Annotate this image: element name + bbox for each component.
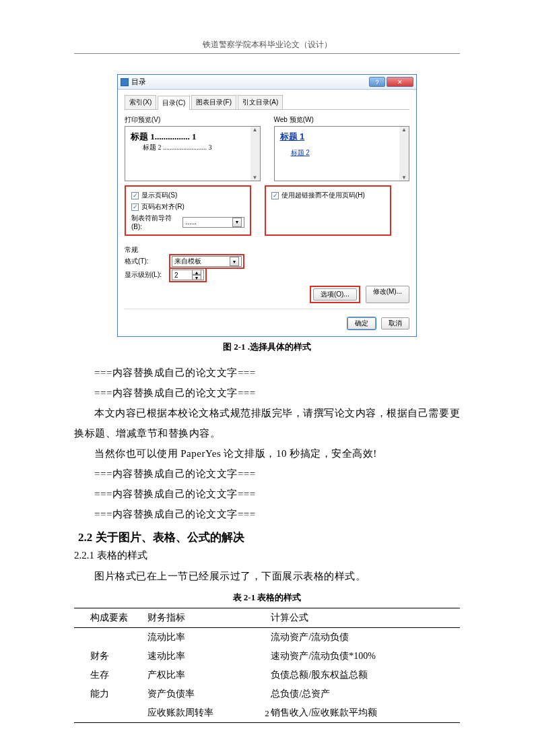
checkbox-show-pagenum[interactable]: ✓ xyxy=(131,192,139,199)
body-text: ===内容替换成自己的论文文字=== xyxy=(74,464,460,484)
modify-button[interactable]: 修改(M)... xyxy=(366,286,409,303)
level-highlight: 2 ▲ ▼ xyxy=(169,267,207,282)
heading-2: 2.2 关于图片、表格、公式的解决 xyxy=(78,530,460,545)
cancel-button[interactable]: 取消 xyxy=(381,317,409,329)
table-cell: 速动资产/流动负债*100% xyxy=(267,647,460,666)
checkbox-use-hyperlinks[interactable]: ✓ xyxy=(271,192,279,199)
tab-leader-label: 制表符前导符(B): xyxy=(131,214,180,230)
close-button[interactable]: ✕ xyxy=(387,77,413,87)
table-header: 计算公式 xyxy=(267,608,460,628)
table-cell: 产权比率 xyxy=(143,666,267,685)
body-text: 本文内容已根据本校论文格式规范排版完毕，请撰写论文内容，根据自己需要更换标题、增… xyxy=(74,403,460,443)
tab-citations[interactable]: 引文目录(A) xyxy=(238,95,283,109)
body-text: 当然你也可以使用 PaperYes 论文排版，10 秒搞定，安全高效! xyxy=(74,443,460,464)
web-preview-label: Web 预览(W) xyxy=(274,115,410,125)
table-cell: 资产负债率 xyxy=(143,685,267,703)
print-preview-label: 打印预览(V) xyxy=(125,115,261,125)
table-cell: 负债总额/股东权益总额 xyxy=(267,666,460,685)
tab-index[interactable]: 索引(X) xyxy=(125,95,156,109)
table-cell: 生存 xyxy=(74,666,143,685)
table-cell: 流动比率 xyxy=(143,628,267,648)
chevron-down-icon: ▼ xyxy=(230,257,239,266)
format-label: 格式(T): xyxy=(125,257,165,266)
help-button[interactable]: ? xyxy=(369,77,385,87)
options-button-highlight: 选项(O)... xyxy=(310,286,360,303)
dialog-icon xyxy=(121,78,129,86)
hyperlink-option-highlight: ✓使用超链接而不使用页码(H) xyxy=(265,185,391,236)
tab-leader-select[interactable]: ...... ▼ xyxy=(182,217,244,228)
sample-table: 构成要素 财务指标 计算公式 流动比率 流动资产/流动负债 财务 速动比率 速动… xyxy=(74,608,460,723)
print-preview-panel: 标题 1................ 1 标题 2 ............… xyxy=(125,126,261,181)
table-cell: 能力 xyxy=(74,685,143,703)
tab-toc[interactable]: 目录(C) xyxy=(158,96,190,110)
general-label: 常规 xyxy=(125,245,409,255)
scrollbar[interactable]: ▲▼ xyxy=(251,127,260,181)
table-cell: 财务 xyxy=(74,647,143,666)
dialog-screenshot: 目录 ? ✕ 索引(X) 目录(C) 图表目录(F) 引文目录(A) 打印预览(… xyxy=(117,74,417,337)
page-header: 铁道警察学院本科毕业论文（设计） xyxy=(0,0,534,53)
table-cell xyxy=(74,628,143,648)
body-text: ===内容替换成自己的论文文字=== xyxy=(74,383,460,403)
pagecode-options-highlight: ✓显示页码(S) ✓页码右对齐(R) 制表符前导符(B): ...... ▼ xyxy=(125,185,251,236)
heading-3: 2.2.1 表格的样式 xyxy=(74,549,460,562)
level-label: 显示级别(L): xyxy=(125,270,165,280)
table-header: 财务指标 xyxy=(143,608,267,628)
table-cell: 流动资产/流动负债 xyxy=(267,628,460,648)
spinner-up-icon[interactable]: ▲ xyxy=(192,270,201,275)
page-number: 2 xyxy=(0,708,534,719)
body-text: 图片格式已在上一节已经展示过了，下面展示表格的样式。 xyxy=(74,566,460,586)
window-buttons: ? ✕ xyxy=(368,77,413,87)
options-button[interactable]: 选项(O)... xyxy=(313,288,357,301)
web-preview-panel: 标题 1 标题 2 ▲▼ xyxy=(274,126,410,181)
table-header: 构成要素 xyxy=(74,608,143,628)
chevron-down-icon: ▼ xyxy=(232,218,242,227)
figure-caption: 图 2-1 .选择具体的样式 xyxy=(74,341,460,353)
body-text: ===内容替换成自己的论文文字=== xyxy=(74,363,460,383)
body-text: ===内容替换成自己的论文文字=== xyxy=(74,504,460,524)
ok-button[interactable]: 确定 xyxy=(347,317,376,329)
format-select[interactable]: 来自模板 ▼ xyxy=(172,256,242,267)
checkbox-right-align[interactable]: ✓ xyxy=(131,203,139,211)
table-cell: 速动比率 xyxy=(143,647,267,666)
format-highlight: 来自模板 ▼ xyxy=(169,254,244,269)
table-cell: 总负债/总资产 xyxy=(267,685,460,703)
spinner-down-icon[interactable]: ▼ xyxy=(192,275,201,280)
scrollbar[interactable]: ▲▼ xyxy=(399,127,409,181)
dialog-title: 目录 xyxy=(131,77,146,87)
dialog-titlebar: 目录 ? ✕ xyxy=(118,75,416,90)
table-caption: 表 2-1 表格的样式 xyxy=(74,592,460,604)
dialog-tabs: 索引(X) 目录(C) 图表目录(F) 引文目录(A) xyxy=(125,95,409,110)
tab-figures[interactable]: 图表目录(F) xyxy=(191,95,236,109)
level-spinner[interactable]: 2 ▲ ▼ xyxy=(172,270,204,280)
body-text: ===内容替换成自己的论文文字=== xyxy=(74,484,460,504)
